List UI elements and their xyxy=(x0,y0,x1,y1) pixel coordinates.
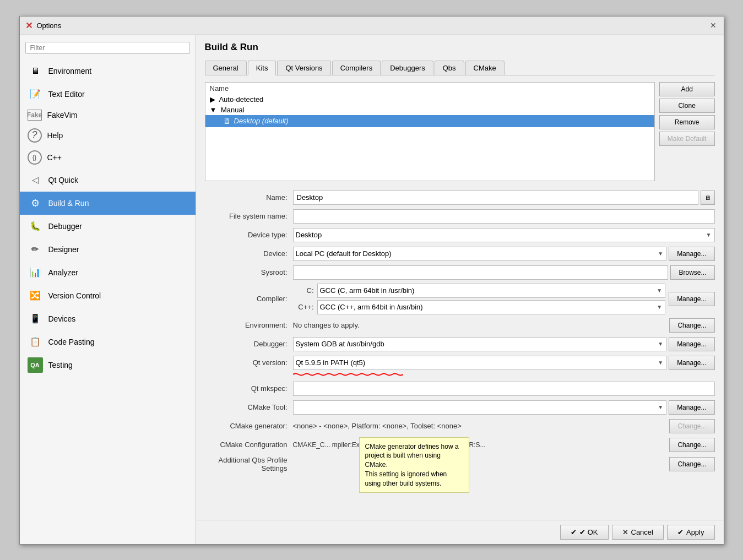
sidebar-item-testing[interactable]: QA Testing xyxy=(20,354,196,377)
sidebar-label-version-control: Version Control xyxy=(48,291,101,300)
sidebar-label-cpp: C++ xyxy=(47,153,62,162)
debugger-label: Debugger: xyxy=(205,340,293,348)
expand-icon-manual: ▼ xyxy=(210,106,217,114)
tab-cmake[interactable]: CMake xyxy=(465,61,505,75)
ok-label: ✔ OK xyxy=(579,528,598,536)
sidebar-item-debugger[interactable]: 🐛 Debugger xyxy=(20,215,196,238)
version-control-icon: 🔀 xyxy=(28,288,43,303)
additional-qbs-change-button[interactable]: Change... xyxy=(669,457,714,471)
sidebar-label-code-pasting: Code Pasting xyxy=(48,338,95,346)
sidebar-label-qt-quick: Qt Quick xyxy=(48,176,78,184)
debugger-input-area: System GDB at /usr/bin/gdb Manage... xyxy=(293,337,715,351)
apply-label: Apply xyxy=(686,528,704,536)
cmake-generator-row: CMake generator: <none> - <none>, Platfo… xyxy=(205,418,715,434)
kit-item-desktop[interactable]: 🖥 Desktop (default) xyxy=(205,115,654,127)
sidebar-item-code-pasting[interactable]: 📋 Code Pasting xyxy=(20,330,196,354)
sidebar-item-analyzer[interactable]: 📊 Analyzer xyxy=(20,261,196,284)
gear-small-icon: 🖥 xyxy=(704,194,711,201)
tab-kits[interactable]: Kits xyxy=(248,61,276,75)
group-label-manual: Manual xyxy=(221,106,245,114)
sidebar-item-cpp[interactable]: {} C++ xyxy=(20,146,196,168)
squiggly-svg xyxy=(293,373,403,376)
filter-input[interactable] xyxy=(25,42,190,54)
sidebar-item-environment[interactable]: 🖥 Environment xyxy=(20,59,196,83)
kit-group-manual[interactable]: ▼ Manual xyxy=(205,105,654,115)
tab-general[interactable]: General xyxy=(205,61,247,75)
sidebar-item-fakevim[interactable]: Fake FakeVim xyxy=(20,106,196,124)
cancel-x-icon: ✕ xyxy=(622,528,628,536)
name-icon-button[interactable]: 🖥 xyxy=(701,191,715,205)
cmake-config-change-button[interactable]: Change... xyxy=(669,438,714,452)
cmake-tool-select[interactable] xyxy=(293,400,667,415)
testing-icon: QA xyxy=(28,357,43,373)
sidebar-item-help[interactable]: ? Help xyxy=(20,124,196,146)
compiler-cpp-row: C++: GCC (C++, arm 64bit in /usr/bin) xyxy=(293,300,666,314)
compiler-cpp-label: C++: xyxy=(293,303,314,311)
tab-qbs[interactable]: Qbs xyxy=(435,61,464,75)
filesystem-name-row: File system name: xyxy=(205,209,715,224)
name-row: Name: 🖥 xyxy=(205,190,715,205)
qt-mkspec-label: Qt mkspec: xyxy=(205,384,293,393)
cmake-generator-tooltip: CMake generator defines how a project is… xyxy=(359,437,469,493)
device-manage-button[interactable]: Manage... xyxy=(669,247,714,261)
environment-change-button[interactable]: Change... xyxy=(669,318,714,333)
cmake-tool-manage-button[interactable]: Manage... xyxy=(669,400,714,415)
device-label: Device: xyxy=(205,249,293,258)
compiler-c-select[interactable]: GCC (C, arm 64bit in /usr/bin) xyxy=(317,284,666,298)
compiler-manage-button[interactable]: Manage... xyxy=(669,292,714,306)
device-select-wrapper: Local PC (default for Desktop) xyxy=(293,247,667,261)
add-button[interactable]: Add xyxy=(659,82,715,96)
sidebar-item-qt-quick[interactable]: ◁ Qt Quick xyxy=(20,168,196,192)
kit-item-label-desktop: Desktop (default) xyxy=(234,117,289,125)
sysroot-input[interactable] xyxy=(293,265,669,280)
qt-version-manage-button[interactable]: Manage... xyxy=(669,356,714,370)
sidebar-item-build-run[interactable]: ⚙ Build & Run xyxy=(20,192,196,215)
make-default-button[interactable]: Make Default xyxy=(659,132,715,146)
sidebar-item-designer[interactable]: ✏ Designer xyxy=(20,238,196,261)
close-button[interactable]: ✕ xyxy=(708,20,718,30)
sidebar-item-devices[interactable]: 📱 Devices xyxy=(20,307,196,330)
qt-version-select[interactable]: Qt 5.9.5 in PATH (qt5) xyxy=(293,356,667,370)
apply-button[interactable]: ✔ Apply xyxy=(667,525,715,540)
kit-buttons: Add Clone Remove Make Default xyxy=(659,82,715,181)
environment-label: Environment: xyxy=(205,321,293,329)
qt-mkspec-input[interactable] xyxy=(293,382,715,396)
name-input[interactable] xyxy=(293,191,698,205)
filesystem-name-label: File system name: xyxy=(205,212,293,220)
clone-button[interactable]: Clone xyxy=(659,99,715,113)
additional-qbs-label: Additional Qbs Profile Settings xyxy=(205,456,293,472)
compiler-label: Compiler: xyxy=(205,295,293,303)
sidebar-label-help: Help xyxy=(47,131,63,140)
tab-qt-versions[interactable]: Qt Versions xyxy=(277,61,330,75)
compiler-cpp-select[interactable]: GCC (C++, arm 64bit in /usr/bin) xyxy=(317,300,666,314)
qt-version-select-wrapper: Qt 5.9.5 in PATH (qt5) xyxy=(293,356,667,370)
environment-row: Environment: No changes to apply. Change… xyxy=(205,318,715,333)
kit-group-autodetected[interactable]: ▶ Auto-detected xyxy=(205,94,654,105)
sidebar-item-version-control[interactable]: 🔀 Version Control xyxy=(20,284,196,307)
device-select[interactable]: Local PC (default for Desktop) xyxy=(293,247,667,261)
cmake-generator-change-button[interactable]: Change... xyxy=(669,419,714,433)
debugger-select[interactable]: System GDB at /usr/bin/gdb xyxy=(293,337,667,351)
sidebar-item-text-editor[interactable]: 📝 Text Editor xyxy=(20,83,196,106)
options-window: ✕ Options ✕ 🖥 Environment 📝 Text Editor … xyxy=(19,16,724,545)
cmake-config-label: CMake Configuration xyxy=(205,441,293,449)
cmake-config-value: CMAKE_C... mpiler:Executable:Cxx); CMAKE… xyxy=(293,441,666,449)
cmake-generator-value: <none> - <none>, Platform: <none>, Tools… xyxy=(293,422,666,430)
sidebar: 🖥 Environment 📝 Text Editor Fake FakeVim… xyxy=(20,35,196,544)
cancel-button[interactable]: ✕ Cancel xyxy=(612,525,664,540)
sysroot-browse-button[interactable]: Browse... xyxy=(670,265,714,280)
tab-compilers[interactable]: Compilers xyxy=(332,61,381,75)
window-title: Options xyxy=(37,21,62,30)
kit-tree: Name ▶ Auto-detected ▼ Manual 🖥 Deskt xyxy=(205,82,655,181)
debugger-icon: 🐛 xyxy=(28,219,43,234)
compiler-row: Compiler: C: GCC (C, arm 64bit in /usr/b… xyxy=(205,284,715,314)
debugger-manage-button[interactable]: Manage... xyxy=(669,337,714,351)
main-area: Build & Run General Kits Qt Versions Com… xyxy=(196,35,724,544)
compiler-cpp-select-wrapper: GCC (C++, arm 64bit in /usr/bin) xyxy=(317,300,666,314)
remove-button[interactable]: Remove xyxy=(659,115,715,129)
device-type-select[interactable]: Desktop xyxy=(293,228,715,242)
build-run-icon: ⚙ xyxy=(28,195,43,211)
filesystem-name-input[interactable] xyxy=(293,209,715,224)
ok-button[interactable]: ✔ ✔ OK xyxy=(560,525,608,540)
tab-debuggers[interactable]: Debuggers xyxy=(382,61,433,75)
